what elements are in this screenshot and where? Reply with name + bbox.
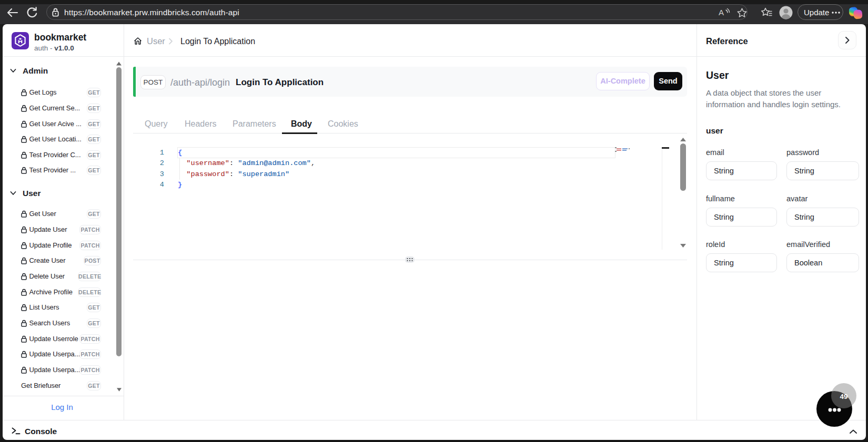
svg-text:A: A [719,8,724,17]
